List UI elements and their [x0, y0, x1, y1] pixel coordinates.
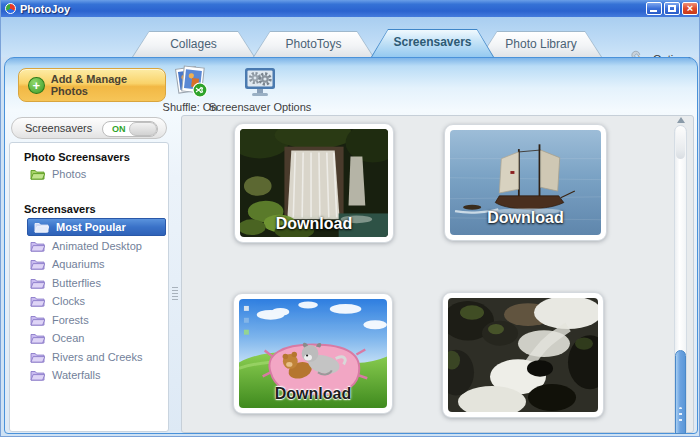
- folder-icon: [30, 295, 45, 307]
- photojoy-window: PhotoJoy × Collages PhotoToys Screensave…: [0, 0, 700, 437]
- screensaver-gallery: Download: [181, 115, 694, 433]
- download-label: Download: [450, 209, 601, 227]
- minimize-icon: [650, 10, 657, 12]
- screensavers-on-toggle[interactable]: ON: [102, 121, 158, 137]
- folder-icon: [30, 369, 45, 381]
- rocky-creek-thumbnail: [448, 298, 598, 412]
- minimize-button[interactable]: [646, 2, 662, 15]
- sidebar-item-aquariums[interactable]: Aquariums: [30, 255, 105, 273]
- download-label: Download: [240, 215, 388, 233]
- screensaver-options-button[interactable]: Screensaver Options: [205, 63, 315, 113]
- folder-icon: [34, 221, 49, 233]
- gallery-scrollbar[interactable]: [674, 125, 687, 433]
- screensavers-heading: Screensavers: [24, 203, 96, 215]
- sidebar-item-waterfalls[interactable]: Waterfalls: [30, 366, 101, 384]
- folder-icon: [30, 258, 45, 270]
- folder-icon: [30, 168, 45, 180]
- folder-icon: [30, 240, 45, 252]
- close-icon: ×: [683, 2, 697, 15]
- screensaver-card-cartoon-pets[interactable]: Download: [233, 293, 393, 414]
- window-title: PhotoJoy: [20, 3, 70, 15]
- folder-icon: [30, 314, 45, 326]
- plus-icon: +: [28, 77, 45, 94]
- folder-icon: [30, 332, 45, 344]
- splitter-grip-icon: [172, 287, 178, 300]
- tab-strip: Collages PhotoToys Screensavers Photo Li…: [1, 17, 700, 57]
- download-label: Download: [239, 385, 387, 403]
- screensaver-card-rocky-creek[interactable]: [442, 292, 604, 418]
- app-logo-icon: [5, 3, 16, 14]
- sidebar-splitter[interactable]: [171, 115, 179, 433]
- folder-icon: [30, 277, 45, 289]
- sidebar-item-butterflies[interactable]: Butterflies: [30, 274, 101, 292]
- photo-screensavers-heading: Photo Screensavers: [24, 151, 130, 163]
- maximize-button[interactable]: [664, 2, 680, 15]
- scroll-up-icon[interactable]: [677, 117, 685, 123]
- scrollbar-grip-icon: [679, 407, 682, 424]
- sidebar-item-most-popular[interactable]: Most Popular: [27, 218, 166, 236]
- tab-phototoys[interactable]: PhotoToys: [253, 31, 374, 57]
- title-bar: PhotoJoy ×: [1, 0, 700, 17]
- tab-collages[interactable]: Collages: [132, 31, 255, 57]
- waterfall-thumbnail: Download: [240, 129, 388, 237]
- screensaver-card-sailing-ship[interactable]: Download: [444, 124, 607, 241]
- scrollbar-cap: [676, 127, 685, 159]
- tab-screensavers[interactable]: Screensavers: [371, 29, 494, 57]
- cartoon-pets-thumbnail: Download: [239, 299, 387, 408]
- sidebar-item-forests[interactable]: Forests: [30, 311, 89, 329]
- tab-photo-library[interactable]: Photo Library: [480, 31, 602, 57]
- toggle-knob: [129, 122, 157, 136]
- screensaver-card-waterfall[interactable]: Download: [234, 123, 394, 243]
- sailing-ship-thumbnail: Download: [450, 130, 601, 235]
- sidebar-item-photos[interactable]: Photos: [30, 165, 86, 183]
- close-button[interactable]: ×: [682, 2, 698, 15]
- monitor-gears-icon: [205, 63, 315, 99]
- maximize-icon: [668, 5, 676, 12]
- screensavers-toggle-bar: Screensavers ON: [11, 117, 167, 139]
- sidebar-item-ocean[interactable]: Ocean: [30, 329, 84, 347]
- sidebar-item-rivers-and-creeks[interactable]: Rivers and Creeks: [30, 348, 142, 366]
- sidebar-item-animated-desktop[interactable]: Animated Desktop: [30, 237, 142, 255]
- folder-icon: [30, 351, 45, 363]
- sidebar: Photo Screensavers Photos Screensavers M…: [9, 142, 169, 432]
- sidebar-item-clocks[interactable]: Clocks: [30, 292, 85, 310]
- scrollbar-thumb[interactable]: [675, 350, 686, 434]
